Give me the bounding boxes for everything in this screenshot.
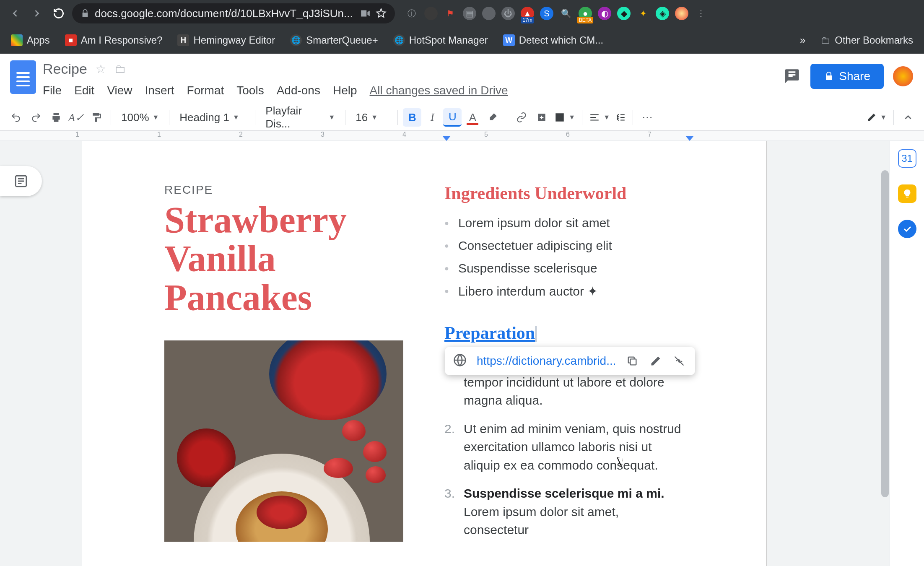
zoom-dropdown[interactable]: 100%▼ (116, 108, 164, 127)
ext-power-icon[interactable]: ⏻ (501, 7, 515, 20)
more-button[interactable]: ⋯ (638, 108, 657, 127)
star-icon[interactable] (376, 8, 387, 19)
calendar-icon[interactable]: 31 (898, 149, 916, 168)
video-icon[interactable] (360, 8, 371, 19)
scrollbar[interactable] (881, 170, 889, 497)
recipe-image[interactable] (164, 340, 403, 542)
left-column: RECIPE Strawberry Vanilla Pancakes (164, 183, 403, 549)
print-button[interactable] (47, 108, 65, 127)
bookmark-overflow[interactable]: » (796, 32, 810, 49)
align-button[interactable]: ▼ (587, 108, 612, 127)
ext-flag-icon[interactable]: ⚑ (444, 7, 457, 20)
linespacing-button[interactable] (613, 108, 628, 127)
other-bookmarks[interactable]: 🗀Other Bookmarks (816, 32, 917, 49)
url-bar[interactable]: docs.google.com/document/d/10LBxHvvT_qJ3… (72, 3, 395, 23)
ext-icon-5[interactable] (482, 7, 496, 20)
ruler[interactable]: 1 1 2 3 4 5 6 7 (0, 131, 924, 141)
profile-avatar-icon[interactable] (675, 7, 688, 20)
move-document-icon[interactable]: 🗀 (114, 62, 126, 76)
document-page[interactable]: RECIPE Strawberry Vanilla Pancakes Ingre… (82, 141, 767, 566)
list-item: Ut enim ad minim veniam, quis nostrud ex… (444, 420, 687, 475)
menu-insert[interactable]: Insert (145, 84, 174, 97)
italic-button[interactable]: I (423, 108, 441, 127)
reload-button[interactable] (50, 5, 67, 22)
bookmark-item-4[interactable]: 🌐HotSpot Manager (389, 32, 492, 49)
ext-search-icon[interactable]: 🔍 (559, 7, 573, 20)
menu-bar: File Edit View Insert Format Tools Add-o… (43, 80, 775, 101)
undo-button[interactable] (7, 108, 25, 127)
comment-button[interactable] (532, 108, 551, 127)
star-document-icon[interactable]: ☆ (96, 62, 106, 76)
highlight-button[interactable] (483, 108, 502, 127)
image-button[interactable]: ▼ (553, 108, 577, 127)
ext-icon-14[interactable]: ◈ (656, 7, 669, 20)
ext-badge-17m: 17m (521, 17, 534, 23)
menu-tools[interactable]: Tools (236, 84, 264, 97)
outline-toggle[interactable] (0, 166, 42, 196)
font-dropdown[interactable]: Playfair Dis...▼ (260, 108, 340, 127)
ext-icon-4[interactable]: ▤ (463, 7, 476, 20)
chevron-down-icon: ▼ (371, 114, 378, 121)
ext-icon-8[interactable]: S (540, 7, 553, 20)
keep-icon[interactable] (898, 184, 916, 203)
menu-addons[interactable]: Add-ons (277, 84, 320, 97)
menu-edit[interactable]: Edit (74, 84, 94, 97)
spellcheck-button[interactable]: A✓ (67, 108, 86, 127)
fontsize-dropdown[interactable]: 16▼ (350, 108, 392, 127)
unlink-icon[interactable] (672, 353, 687, 369)
style-dropdown[interactable]: Heading 1▼ (174, 108, 250, 127)
indent-marker[interactable] (442, 136, 451, 141)
link-button[interactable] (512, 108, 531, 127)
tasks-icon[interactable] (898, 220, 916, 238)
browser-menu-icon[interactable]: ⋮ (694, 7, 708, 20)
header-right: Share (782, 64, 914, 89)
lock-icon (80, 9, 90, 18)
ext-icon-12[interactable]: ◆ (617, 7, 631, 20)
ext-icon-10[interactable]: ●BETA (579, 7, 592, 20)
bookmark-item-1[interactable]: ■Am I Responsive? (61, 32, 167, 49)
comments-icon[interactable] (782, 66, 802, 86)
browser-chrome: docs.google.com/document/d/10LBxHvvT_qJ3… (0, 0, 924, 54)
docs-logo-icon[interactable] (10, 60, 36, 94)
bookmarks-bar: Apps ■Am I Responsive? HHemingway Editor… (0, 27, 924, 54)
bookmark-item-3[interactable]: 🌐SmarterQueue+ (286, 32, 382, 49)
collapse-toolbar-button[interactable] (899, 108, 917, 127)
menu-format[interactable]: Format (187, 84, 224, 97)
text-color-button[interactable]: A (463, 108, 482, 127)
redo-button[interactable] (27, 108, 45, 127)
bookmark-item-5[interactable]: WDetect which CM... (499, 32, 607, 49)
paint-format-button[interactable] (87, 108, 106, 127)
right-indent-marker[interactable] (685, 136, 694, 141)
url-text: docs.google.com/document/d/10LBxHvvT_qJ3… (95, 7, 355, 20)
link-url[interactable]: https://dictionary.cambrid... (477, 354, 616, 368)
edit-link-icon[interactable] (648, 353, 663, 369)
ext-icon-7[interactable]: ▲17m (521, 7, 534, 20)
menu-help[interactable]: Help (333, 84, 357, 97)
menu-view[interactable]: View (107, 84, 132, 97)
chevron-down-icon: ▼ (153, 114, 159, 121)
bold-button[interactable]: B (403, 108, 421, 127)
share-button[interactable]: Share (810, 64, 884, 89)
document-area: RECIPE Strawberry Vanilla Pancakes Ingre… (0, 141, 924, 566)
bookmark-icon-1: ■ (65, 34, 77, 46)
underline-button[interactable]: U (443, 108, 462, 127)
copy-link-icon[interactable] (625, 353, 640, 369)
menu-file[interactable]: File (43, 84, 62, 97)
ext-icon-2[interactable] (424, 7, 438, 20)
ext-info-icon[interactable]: ⓘ (405, 7, 418, 20)
editing-mode-button[interactable]: ▼ (865, 108, 888, 127)
chevron-down-icon: ▼ (233, 114, 239, 121)
back-button[interactable] (7, 5, 23, 22)
extension-icons: ⓘ ⚑ ▤ ⏻ ▲17m S 🔍 ●BETA ◐ ◆ ✦ ◈ ⋮ (405, 7, 917, 20)
bookmark-item-2[interactable]: HHemingway Editor (173, 32, 279, 49)
forward-button[interactable] (29, 5, 45, 22)
ext-icon-13[interactable]: ✦ (636, 7, 650, 20)
lock-icon (824, 71, 834, 81)
preparation-heading[interactable]: Preparation (444, 323, 535, 343)
apps-shortcut[interactable]: Apps (7, 32, 54, 49)
account-avatar[interactable] (892, 65, 914, 87)
document-title[interactable]: Recipe (43, 61, 87, 77)
title-block: Recipe ☆ 🗀 File Edit View Insert Format … (43, 59, 775, 101)
ext-icon-11[interactable]: ◐ (598, 7, 611, 20)
save-status[interactable]: All changes saved in Drive (370, 84, 508, 97)
